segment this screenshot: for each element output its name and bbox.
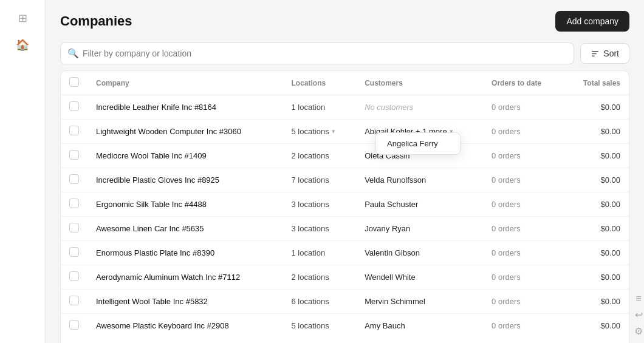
sales-cell: $0.00 [564,241,629,265]
right-icon-2[interactable]: ↩ [635,309,643,321]
locations-cell: 6 locations [283,290,357,314]
orders-cell: 0 orders [483,290,564,314]
sales-cell: $0.00 [564,314,629,338]
table-row: Lightweight Wooden Computer Inc #30605 l… [61,120,629,144]
right-icon-1[interactable]: ≡ [635,293,641,304]
company-cell: Intelligent Wool Table Inc #5832 [87,290,283,314]
orders-cell: 0 orders [483,95,564,120]
company-name[interactable]: Awesome Plastic Keyboard Inc #2908 [96,321,229,330]
customers-text: No customers [365,103,413,112]
locations-cell: 3 locations [283,192,357,217]
company-name[interactable]: Awesome Linen Car Inc #5635 [96,224,204,233]
customers-cell: Paula Schuster [356,192,483,217]
location-text: 6 locations [292,297,329,306]
row-checkbox-cell [61,217,87,241]
row-checkbox-cell [61,290,87,314]
locations-cell: 2 locations [283,144,357,168]
location-text: 2 locations [292,273,329,282]
header-orders: Orders to date [483,71,564,95]
customers-text: Velda Runolfsson [365,175,426,185]
sales-cell: $0.00 [564,144,629,168]
orders-cell: 0 orders [483,192,564,217]
row-checkbox[interactable] [69,296,79,305]
company-name[interactable]: Mediocre Wool Table Inc #1409 [96,151,207,160]
sales-cell: $0.00 [564,217,629,241]
row-checkbox[interactable] [69,247,79,257]
sort-button[interactable]: Sort [580,43,629,64]
header-locations: Locations [283,71,357,95]
table-row: Awesome Linen Car Inc #56353 locationsJo… [61,217,629,241]
row-checkbox[interactable] [69,174,79,184]
row-checkbox-cell [61,120,87,144]
row-checkbox[interactable] [69,223,79,233]
company-name[interactable]: Aerodynamic Aluminum Watch Inc #7112 [96,273,240,282]
company-name[interactable]: Lightweight Wooden Computer Inc #3060 [96,127,241,136]
row-checkbox-cell [61,95,87,120]
sales-cell: $0.00 [564,95,629,120]
select-all-checkbox[interactable] [69,77,79,87]
table-row: Intelligent Wool Table Inc #58326 locati… [61,290,629,314]
company-name[interactable]: Incredible Plastic Gloves Inc #8925 [96,175,219,185]
row-checkbox-cell [61,144,87,168]
location-text: 1 location [292,103,326,112]
customers-cell: Valentin Gibson [356,241,483,265]
customers-cell: Mervin Schimmel [356,290,483,314]
company-name[interactable]: Incredible Leather Knife Inc #8164 [96,103,216,112]
header-sales: Total sales [564,71,629,95]
table-row: Awesome Plastic Keyboard Inc #29085 loca… [61,314,629,338]
sidebar-icon-1[interactable]: ⊞ [12,7,33,29]
row-checkbox[interactable] [69,199,79,208]
toolbar: 🔍 Sort [60,42,629,64]
companies-table: Company Locations Customers Orders to da… [60,70,629,343]
row-checkbox-cell [61,192,87,217]
locations-dropdown-icon[interactable]: ▾ [332,127,335,135]
customers-cell: Jovany Ryan [356,217,483,241]
row-checkbox-cell [61,168,87,192]
orders-cell: 0 orders [483,120,564,144]
locations-cell: 5 locations [283,314,357,338]
company-name[interactable]: Ergonomic Silk Table Inc #4488 [96,200,207,209]
locations-cell: 1 location [283,241,357,265]
orders-cell: 0 orders [483,168,564,192]
table-row: Incredible Leather Knife Inc #81641 loca… [61,95,629,120]
row-checkbox[interactable] [69,150,79,160]
customers-text: Paula Schuster [365,200,418,209]
table-header-row: Company Locations Customers Orders to da… [61,71,629,95]
row-checkbox[interactable] [69,271,79,281]
sales-cell: $0.00 [564,192,629,217]
main-content: Companies Add company 🔍 Sort [46,0,644,343]
add-company-button[interactable]: Add company [555,11,629,32]
orders-cell: 0 orders [483,241,564,265]
table-row: Enormous Plastic Plate Inc #83901 locati… [61,241,629,265]
right-icon-3[interactable]: ⚙ [634,325,643,337]
company-cell: Incredible Leather Knife Inc #8164 [87,95,283,120]
search-wrapper: 🔍 [60,42,574,64]
location-text: 3 locations [292,224,329,233]
search-input[interactable] [60,42,574,64]
table-row: Incredible Plastic Gloves Inc #89257 loc… [61,168,629,192]
page-header: Companies Add company [60,11,629,32]
sales-cell: $0.00 [564,290,629,314]
customers-text: Wendell White [365,273,416,282]
sidebar-icon-2[interactable]: 🏠 [12,34,33,56]
sales-cell: $0.00 [564,120,629,144]
company-name[interactable]: Intelligent Wool Table Inc #5832 [96,297,208,306]
customers-cell: Wendell White [356,265,483,290]
sales-cell: $0.00 [564,265,629,290]
table-row: Aerodynamic Aluminum Watch Inc #71122 lo… [61,265,629,290]
row-checkbox-cell [61,314,87,338]
row-checkbox[interactable] [69,101,79,111]
row-checkbox[interactable] [69,126,79,135]
customers-text: Jovany Ryan [365,224,410,233]
page-title: Companies [60,13,132,29]
company-cell: Enormous Plastic Plate Inc #8390 [87,241,283,265]
company-cell: Awesome Linen Car Inc #5635 [87,217,283,241]
customers-text: Valentin Gibson [365,248,420,257]
company-name[interactable]: Enormous Plastic Plate Inc #8390 [96,248,214,257]
orders-cell: 0 orders [483,217,564,241]
customers-text: Mervin Schimmel [365,297,425,306]
tooltip-name: Angelica Ferry [387,139,438,148]
orders-cell: 0 orders [483,314,564,338]
row-checkbox[interactable] [69,320,79,330]
locations-cell: 2 locations [283,265,357,290]
